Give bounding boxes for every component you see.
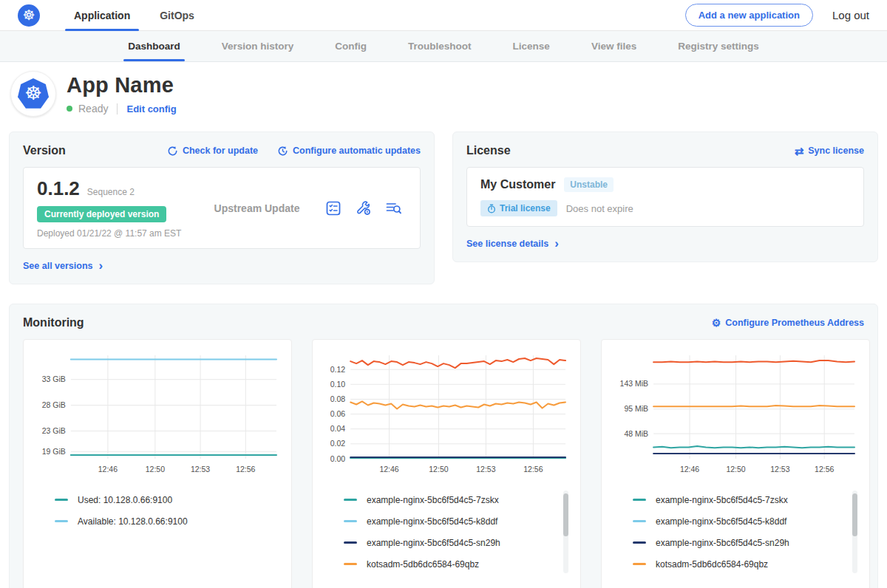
legend-label: example-nginx-5bc6f5d4c5-7zskx	[656, 495, 788, 505]
refresh-icon	[167, 146, 178, 157]
channel-badge: Unstable	[564, 177, 614, 192]
subnav-tab-label: Version history	[222, 41, 294, 52]
sync-license-label: Sync license	[808, 146, 864, 156]
see-all-versions-link[interactable]: See all versions›	[23, 261, 103, 271]
svg-text:0.04: 0.04	[330, 424, 346, 433]
subnav-tab-label: Dashboard	[128, 41, 180, 52]
logout-button[interactable]: Log out	[832, 9, 869, 21]
svg-text:12:50: 12:50	[146, 465, 165, 474]
sync-license-link[interactable]: ⇄Sync license	[795, 146, 864, 157]
release-notes-icon[interactable]	[325, 200, 341, 216]
subnav-tab-registry-settings[interactable]: Registry settings	[678, 31, 759, 61]
legend-color-dash	[55, 520, 68, 522]
subnav-tab-license[interactable]: License	[513, 31, 550, 61]
topnav-tab-application[interactable]: Application	[74, 0, 130, 31]
svg-text:12:56: 12:56	[236, 465, 255, 474]
monitoring-header: Monitoring ⚙Configure Prometheus Address	[23, 316, 864, 329]
topnav-tab-label: Application	[74, 10, 130, 21]
legend-label: Available: 10.128.0.66:9100	[78, 516, 188, 527]
subnav-tab-dashboard[interactable]: Dashboard	[128, 31, 180, 61]
svg-text:0.06: 0.06	[330, 409, 346, 418]
wheel-glyph: ☸	[22, 8, 35, 22]
subnav-tab-config[interactable]: Config	[335, 31, 367, 61]
legend-item: example-nginx-5bc6f5d4c5-sn29h	[633, 532, 860, 553]
svg-text:0.00: 0.00	[330, 454, 346, 463]
legend-color-dash	[633, 499, 646, 501]
legend-label: example-nginx-5bc6f5d4c5-sn29h	[656, 538, 789, 548]
chart-legend: example-nginx-5bc6f5d4c5-7zskxexample-ng…	[611, 489, 860, 579]
add-new-application-button[interactable]: Add a new application	[685, 4, 813, 27]
svg-text:12:50: 12:50	[429, 465, 448, 474]
top-navbar: ☸ ApplicationGitOps Add a new applicatio…	[0, 0, 887, 31]
configure-automatic-updates-label: Configure automatic updates	[293, 146, 421, 156]
svg-text:28 GiB: 28 GiB	[42, 400, 66, 409]
chart-card-cpu-usage: 12:4612:5012:5312:560.120.100.080.060.04…	[312, 339, 581, 588]
legend-item: Available: 10.128.0.66:9100	[55, 510, 282, 532]
subnav-tab-view-files[interactable]: View files	[591, 31, 636, 61]
subnav-tab-label: Troubleshoot	[408, 41, 472, 52]
monitoring-title: Monitoring	[23, 316, 84, 329]
legend-color-dash	[344, 541, 357, 544]
legend-scrollbar[interactable]	[852, 490, 857, 573]
legend-item: example-nginx-5bc6f5d4c5-sn29h	[344, 532, 571, 553]
svg-text:12:50: 12:50	[726, 465, 745, 474]
legend-item: Used: 10.128.0.66:9100	[55, 489, 282, 510]
current-version-card: 0.1.2 Sequence 2 Currently deployed vers…	[23, 167, 421, 249]
view-logs-icon[interactable]	[385, 200, 402, 216]
svg-text:0.12: 0.12	[330, 365, 346, 374]
app-status-row: Ready Edit config	[67, 103, 177, 114]
license-type-row: Trial license Does not expire	[480, 200, 850, 216]
legend-item: kotsadm-5db6dc6584-69qbz	[633, 553, 860, 575]
version-action-icons	[325, 199, 407, 216]
svg-text:12:46: 12:46	[98, 465, 118, 474]
version-title: Version	[23, 144, 66, 157]
legend-scrollbar[interactable]	[563, 490, 568, 573]
version-details: 0.1.2 Sequence 2 Currently deployed vers…	[37, 177, 188, 239]
kubernetes-logo-icon: ☸	[18, 4, 40, 27]
scrollbar-thumb[interactable]	[852, 493, 857, 536]
svg-text:12:56: 12:56	[815, 465, 834, 474]
legend-item: example-nginx-5bc6f5d4c5-7zskx	[344, 489, 571, 510]
topnav-tab-gitops[interactable]: GitOps	[160, 0, 194, 31]
svg-text:143 MiB: 143 MiB	[620, 379, 649, 388]
scrollbar-thumb[interactable]	[563, 493, 568, 536]
see-all-versions-label: See all versions	[23, 261, 93, 271]
legend-label: Used: 10.128.0.66:9100	[78, 495, 172, 505]
svg-text:12:56: 12:56	[523, 465, 543, 474]
subnav-tab-troubleshoot[interactable]: Troubleshoot	[408, 31, 472, 61]
legend-item: example-nginx-5bc6f5d4c5-k8ddf	[633, 510, 860, 532]
svg-text:12:46: 12:46	[379, 465, 398, 474]
version-actions: Check for update Configure automatic upd…	[167, 146, 421, 157]
subnav-tab-version-history[interactable]: Version history	[222, 31, 294, 61]
version-number: 0.1.2	[37, 177, 80, 200]
customer-name: My Customer	[480, 178, 555, 191]
svg-text:12:46: 12:46	[680, 465, 699, 474]
svg-text:48 MiB: 48 MiB	[624, 429, 648, 438]
version-sequence: Sequence 2	[87, 187, 135, 197]
chart-plot-cpu-usage: 12:4612:5012:5312:560.120.100.080.060.04…	[322, 349, 571, 479]
ready-status-dot	[67, 106, 72, 112]
svg-text:12:53: 12:53	[476, 465, 495, 474]
license-expiry: Does not expire	[566, 203, 633, 214]
see-license-details-link[interactable]: See license details›	[466, 239, 559, 249]
license-title: License	[466, 144, 511, 157]
sync-icon: ⇄	[795, 146, 804, 157]
legend-label: kotsadm-5db6dc6584-69qbz	[367, 559, 479, 570]
configure-automatic-updates-link[interactable]: Configure automatic updates	[277, 146, 421, 157]
svg-text:19 GiB: 19 GiB	[42, 447, 66, 456]
configure-prometheus-label: Configure Prometheus Address	[725, 318, 864, 328]
chart-card-disk-usage: 12:4612:5012:5312:5633 GiB28 GiB23 GiB19…	[23, 339, 292, 588]
svg-text:12:53: 12:53	[770, 465, 789, 474]
config-wrench-icon[interactable]	[355, 199, 372, 216]
chart-legend: example-nginx-5bc6f5d4c5-7zskxexample-ng…	[322, 489, 571, 579]
currently-deployed-badge: Currently deployed version	[37, 206, 166, 222]
configure-prometheus-link[interactable]: ⚙Configure Prometheus Address	[712, 318, 864, 328]
license-details-card: My Customer Unstable Trial license Does …	[466, 167, 864, 227]
monitoring-panel: Monitoring ⚙Configure Prometheus Address…	[9, 304, 878, 588]
charts-row: 12:4612:5012:5312:5633 GiB28 GiB23 GiB19…	[23, 339, 864, 588]
check-for-update-link[interactable]: Check for update	[167, 146, 258, 157]
topnav-tab-label: GitOps	[160, 10, 194, 21]
legend-color-dash	[344, 520, 357, 522]
edit-config-link[interactable]: Edit config	[126, 103, 176, 114]
legend-label: example-nginx-5bc6f5d4c5-7zskx	[367, 495, 499, 505]
